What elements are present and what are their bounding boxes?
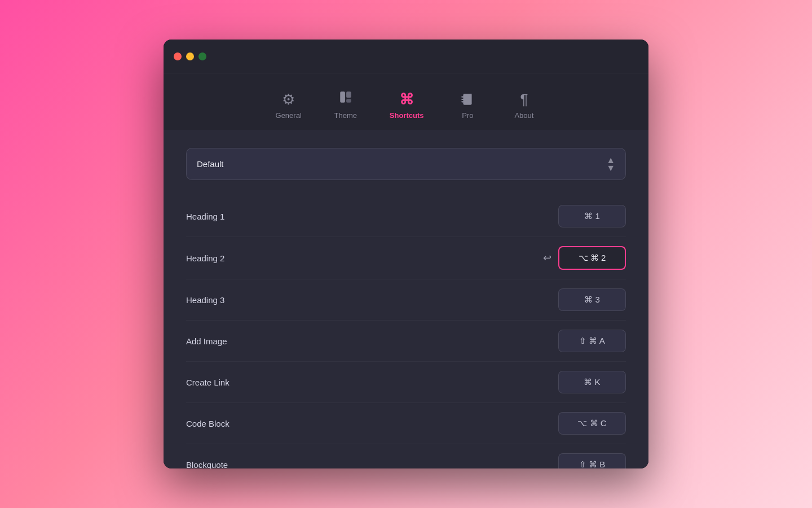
- key-badge-blockquote[interactable]: ⇧ ⌘ B: [558, 453, 626, 468]
- dropdown-value: Default: [197, 159, 224, 169]
- key-badge-add-image[interactable]: ⇧ ⌘ A: [558, 330, 626, 352]
- shortcut-name-blockquote: Blockquote: [186, 460, 228, 468]
- tabs-bar: ⚙ General Theme ⌘ Shortcuts: [164, 73, 648, 130]
- tab-general[interactable]: ⚙ General: [260, 85, 317, 130]
- key-badge-heading1[interactable]: ⌘ 1: [558, 205, 626, 227]
- shortcut-name-heading2: Heading 2: [186, 253, 224, 263]
- reset-icon-heading2[interactable]: ↩: [543, 252, 551, 264]
- tab-pro[interactable]: + Pro: [439, 85, 496, 130]
- svg-text:+: +: [470, 93, 473, 97]
- content-area: Default ▲ ▼ Heading 1 ↩ ⌘ 1 Heading 2: [164, 130, 648, 468]
- minimize-button[interactable]: [186, 52, 194, 60]
- maximize-button[interactable]: [198, 52, 206, 60]
- shortcut-right-heading2: ↩ ⌥ ⌘ 2: [543, 246, 626, 270]
- svg-rect-2: [346, 99, 351, 103]
- shortcuts-list: Heading 1 ↩ ⌘ 1 Heading 2 ↩ ⌥ ⌘ 2 Headin…: [186, 196, 626, 468]
- shortcut-row-heading2: Heading 2 ↩ ⌥ ⌘ 2: [186, 237, 626, 279]
- key-badge-code-block[interactable]: ⌥ ⌘ C: [558, 412, 626, 435]
- theme-icon: [338, 90, 353, 107]
- tab-about[interactable]: ¶ About: [496, 85, 552, 130]
- shortcuts-profile-dropdown[interactable]: Default ▲ ▼: [186, 148, 626, 180]
- shortcut-name-add-image: Add Image: [186, 336, 227, 346]
- shortcut-row-create-link: Create Link ↩ ⌘ K: [186, 362, 626, 403]
- command-icon: ⌘: [399, 92, 414, 107]
- tab-about-label: About: [514, 111, 533, 120]
- pilcrow-icon: ¶: [520, 92, 528, 107]
- svg-rect-1: [346, 91, 351, 98]
- shortcut-right-heading3: ↩ ⌘ 3: [543, 288, 626, 311]
- shortcut-right-create-link: ↩ ⌘ K: [543, 371, 626, 393]
- shortcut-name-heading3: Heading 3: [186, 295, 224, 305]
- shortcut-right-heading1: ↩ ⌘ 1: [543, 205, 626, 227]
- pro-notebook-icon: +: [460, 92, 475, 107]
- shortcut-row-heading1: Heading 1 ↩ ⌘ 1: [186, 196, 626, 237]
- shortcut-right-add-image: ↩ ⇧ ⌘ A: [543, 330, 626, 352]
- tab-pro-label: Pro: [462, 111, 473, 120]
- dropdown-container: Default ▲ ▼: [186, 148, 626, 180]
- shortcut-name-heading1: Heading 1: [186, 212, 224, 221]
- key-badge-heading3[interactable]: ⌘ 3: [558, 288, 626, 311]
- key-badge-heading2[interactable]: ⌥ ⌘ 2: [558, 246, 626, 270]
- shortcut-row-code-block: Code Block ↩ ⌥ ⌘ C: [186, 403, 626, 444]
- shortcut-row-blockquote: Blockquote ↩ ⇧ ⌘ B: [186, 444, 626, 468]
- key-badge-create-link[interactable]: ⌘ K: [558, 371, 626, 393]
- titlebar: [164, 40, 648, 73]
- settings-window: ⚙ General Theme ⌘ Shortcuts: [164, 40, 648, 468]
- tab-shortcuts[interactable]: ⌘ Shortcuts: [374, 85, 440, 130]
- shortcut-name-code-block: Code Block: [186, 419, 230, 428]
- tab-general-label: General: [276, 111, 302, 120]
- shortcut-row-heading3: Heading 3 ↩ ⌘ 3: [186, 279, 626, 321]
- tab-shortcuts-label: Shortcuts: [390, 111, 424, 120]
- svg-rect-0: [340, 91, 345, 103]
- tab-theme-label: Theme: [334, 111, 357, 120]
- shortcut-right-blockquote: ↩ ⇧ ⌘ B: [543, 453, 626, 468]
- tab-theme[interactable]: Theme: [317, 83, 374, 130]
- shortcut-row-add-image: Add Image ↩ ⇧ ⌘ A: [186, 321, 626, 362]
- shortcut-name-create-link: Create Link: [186, 378, 230, 387]
- shortcut-right-code-block: ↩ ⌥ ⌘ C: [543, 412, 626, 435]
- close-button[interactable]: [174, 52, 182, 60]
- traffic-lights: [174, 52, 206, 60]
- dropdown-arrows-icon: ▲ ▼: [606, 156, 615, 172]
- gear-icon: ⚙: [282, 92, 295, 107]
